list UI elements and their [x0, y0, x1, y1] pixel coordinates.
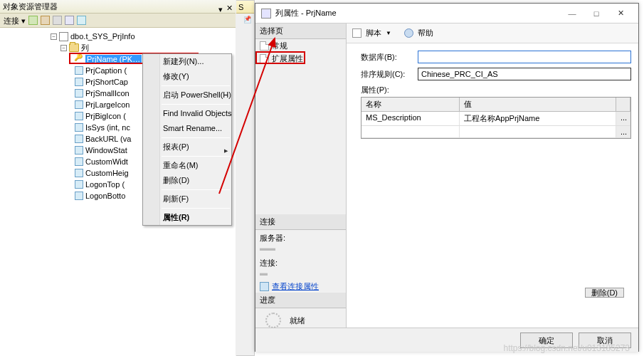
- connect-icon[interactable]: [28, 16, 38, 25]
- delete-button[interactable]: 删除(D): [585, 288, 624, 298]
- tree-label: dbo.t_SYS_PrjInfo: [70, 32, 135, 41]
- column-icon: [75, 66, 83, 75]
- dropdown-icon[interactable]: ▼: [386, 30, 391, 36]
- help-icon: [404, 28, 413, 38]
- column-icon: [75, 169, 83, 177]
- menu-item[interactable]: 删除(D): [143, 173, 231, 188]
- database-label: 数据库(B):: [361, 52, 418, 63]
- menu-item[interactable]: 刷新(F): [143, 192, 231, 206]
- dropdown-icon[interactable]: ▾: [218, 3, 223, 16]
- cell-name: MS_Description: [361, 112, 460, 125]
- menu-item[interactable]: 启动 PowerShell(H): [143, 88, 231, 103]
- table-icon: [59, 32, 68, 41]
- label: 服务器:: [260, 233, 342, 244]
- collation-field[interactable]: Chinese_PRC_CI_AS: [418, 68, 631, 80]
- grid-row[interactable]: MS_Description 工程名称AppPrjName ...: [361, 112, 630, 126]
- connect-button[interactable]: 连接 ▾: [4, 14, 26, 28]
- script-button[interactable]: 脚本: [366, 28, 381, 38]
- ellipsis-button[interactable]: ...: [616, 112, 630, 125]
- col-value: 值: [460, 98, 616, 111]
- context-menu: 新建列(N)...修改(Y)启动 PowerShell(H)Find Inval…: [142, 53, 232, 226]
- collapse-icon[interactable]: −: [51, 33, 57, 40]
- close-icon[interactable]: ✕: [226, 1, 233, 15]
- nav-header-connection: 连接: [255, 214, 346, 230]
- cell-value[interactable]: 工程名称AppPrjName: [460, 112, 616, 125]
- spinner-icon: [265, 313, 281, 328]
- stop-icon[interactable]: [53, 16, 62, 25]
- minimize-button[interactable]: —: [560, 6, 584, 21]
- column-icon: [75, 100, 83, 109]
- link-icon: [260, 282, 269, 291]
- key-icon: [75, 55, 83, 63]
- tree-label: LogonBotto: [85, 192, 125, 200]
- panel-title: 对象资源管理器: [3, 2, 58, 11]
- tree-label: IsSys (int, nc: [85, 123, 130, 132]
- column-icon: [75, 157, 83, 166]
- page-icon: [260, 54, 269, 63]
- status-text: 就绪: [290, 315, 305, 326]
- nav-item-extended[interactable]: 扩展属性: [255, 52, 346, 65]
- menu-item[interactable]: 重命名(M): [143, 158, 231, 173]
- menu-item[interactable]: 属性(R): [143, 210, 231, 225]
- nav-label: 常规: [272, 41, 287, 51]
- column-icon: [75, 112, 83, 120]
- folder-icon: [69, 43, 79, 52]
- dialog-titlebar: 列属性 - PrjName — □ ✕: [255, 4, 638, 23]
- tree-label: PrjCaption (: [85, 66, 127, 75]
- properties-label: 属性(P):: [361, 85, 418, 95]
- pin-icon[interactable]: [244, 16, 251, 23]
- col-name: 名称: [361, 98, 460, 111]
- collapse-icon[interactable]: −: [60, 45, 67, 51]
- editor-tab[interactable]: S: [236, 1, 254, 14]
- filter-icon[interactable]: [65, 16, 74, 25]
- nav-header-pages: 选择页: [255, 23, 346, 39]
- nav-server: 服务器: ▬▬: [255, 230, 346, 255]
- disconnect-icon[interactable]: [41, 16, 50, 25]
- page-icon: [260, 41, 269, 51]
- collation-label: 排序规则(C):: [361, 69, 418, 80]
- menu-item[interactable]: 报表(P): [143, 140, 231, 155]
- tree-node-table[interactable]: − dbo.t_SYS_PrjInfo: [20, 31, 236, 42]
- panel-toolbar: 连接 ▾: [0, 14, 236, 28]
- grid-row-empty[interactable]: ...: [361, 126, 630, 138]
- column-properties-dialog: 列属性 - PrjName — □ ✕ 选择页 常规 扩展属性 连接 服务器: …: [255, 3, 639, 352]
- view-connection-link[interactable]: 查看连接属性: [255, 280, 346, 293]
- close-button[interactable]: ✕: [608, 6, 633, 21]
- dialog-title: 列属性 - PrjName: [275, 8, 337, 19]
- menu-item[interactable]: Find Invalid Objects: [143, 106, 231, 121]
- dialog-content: 脚本▼ 帮助 数据库(B): 排序规则(C): Chinese_PRC_CI_A…: [347, 23, 638, 328]
- tree-node-columns[interactable]: − 列: [20, 42, 236, 53]
- editor-pane: S: [236, 0, 255, 356]
- nav-item-general[interactable]: 常规: [255, 39, 346, 52]
- column-icon: [75, 135, 83, 143]
- maximize-button[interactable]: □: [584, 6, 608, 21]
- menu-item[interactable]: Smart Rename...: [143, 121, 231, 136]
- nav-connection: 连接: ▬: [255, 255, 346, 280]
- tree-label: WindowStat: [85, 146, 127, 155]
- grid-header: 名称 值: [361, 98, 630, 112]
- tree-label: PrjSmallIcon: [85, 89, 130, 98]
- dialog-nav: 选择页 常规 扩展属性 连接 服务器: ▬▬ 连接: ▬ 查看连接属性 进度: [255, 23, 347, 328]
- column-icon: [75, 89, 83, 98]
- dialog-icon: [261, 9, 271, 19]
- tree-label: BackURL (va: [85, 135, 131, 143]
- column-icon: [75, 146, 83, 155]
- tree-label: PrjBigIcon (: [85, 112, 126, 120]
- link-label: 查看连接属性: [272, 281, 319, 292]
- tree-label: LogonTop (: [85, 180, 125, 189]
- column-icon: [75, 180, 83, 189]
- help-button[interactable]: 帮助: [418, 28, 433, 38]
- script-icon: [352, 28, 361, 38]
- col-actions: [616, 98, 630, 111]
- menu-item[interactable]: 新建列(N)...: [143, 54, 231, 69]
- refresh-icon[interactable]: [77, 16, 86, 25]
- database-field[interactable]: [418, 51, 631, 63]
- tree-label: PrjLargeIcon: [85, 100, 130, 109]
- panel-titlebar: 对象资源管理器 ▾ ✕: [0, 0, 236, 14]
- properties-grid: 名称 值 MS_Description 工程名称AppPrjName ... .…: [361, 97, 631, 139]
- ellipsis-button[interactable]: ...: [616, 126, 630, 137]
- nav-header-progress: 进度: [255, 293, 346, 308]
- tree-label: CustomHeig: [85, 169, 129, 177]
- menu-item[interactable]: 修改(Y): [143, 69, 231, 84]
- column-icon: [75, 78, 83, 86]
